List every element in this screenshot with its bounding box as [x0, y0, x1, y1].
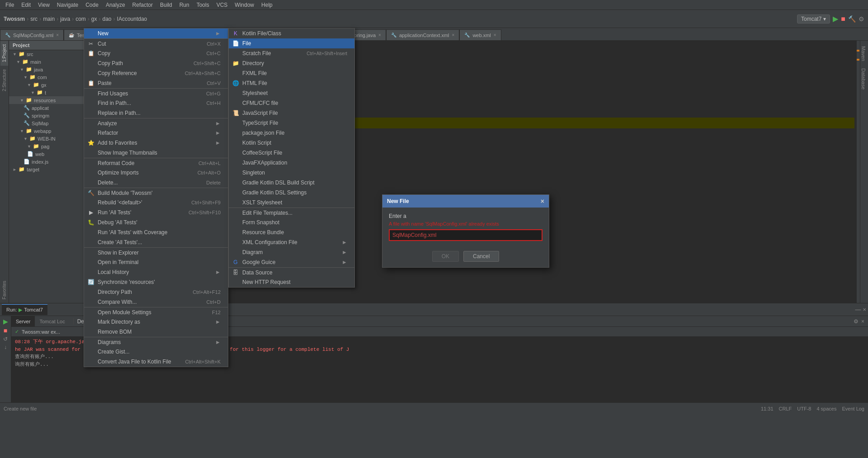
context-menu-addtofav[interactable]: ⭐ Add to Favorites ► [84, 138, 228, 148]
submenu-arrow-icon: ► [215, 269, 221, 275]
context-menu-showinexplorer[interactable]: Show in Explorer [84, 247, 228, 257]
context-menu-copypath[interactable]: Copy Path Ctrl+Shift+C [84, 58, 228, 68]
context-menu-synchronize[interactable]: 🔄 Synchronize 'resources' [84, 277, 228, 287]
run-tests-icon: ▶ [87, 209, 95, 216]
submenu-fxml[interactable]: FXML File [229, 68, 354, 78]
context-menu-debugalltests[interactable]: 🐛 Debug 'All Tests' [84, 217, 228, 227]
submenu-form-snapshot[interactable]: Form Snapshot [229, 217, 354, 227]
submenu-label: Singleton [242, 170, 265, 176]
context-menu-findusages[interactable]: Find Usages Ctrl+G [84, 88, 228, 98]
submenu-http-request[interactable]: New HTTP Request [229, 277, 354, 287]
submenu-google-guice[interactable]: G Google Guice ► [229, 257, 354, 267]
sync-icon: 🔄 [87, 279, 95, 285]
submenu-label: TypeScript File [242, 120, 278, 126]
context-menu-showthumbs[interactable]: Show Image Thumbnails [84, 148, 228, 158]
context-menu-markdirectoryas[interactable]: Mark Directory as ► [84, 317, 228, 327]
submenu-javafx[interactable]: JavaFXApplication [229, 158, 354, 168]
submenu-label: Data Source [242, 269, 273, 276]
context-menu-findinpath[interactable]: Find in Path... Ctrl+H [84, 98, 228, 108]
submenu-cfml[interactable]: CFML/CFC file [229, 98, 354, 108]
context-menu-openinterminal[interactable]: Open in Terminal [84, 257, 228, 267]
submenu-html[interactable]: 🌐 HTML File [229, 78, 354, 88]
context-menu-cut[interactable]: ✂ Cut Ctrl+X [84, 38, 228, 48]
submenu-label: CoffeeScript File [242, 150, 282, 156]
dialog-filename-input[interactable] [389, 229, 542, 241]
context-menu-replaceinpath[interactable]: Replace in Path... [84, 108, 228, 118]
submenu-scratch-file[interactable]: Scratch File Ctrl+Alt+Shift+Insert [229, 48, 354, 58]
context-menu-convertjava[interactable]: Convert Java File to Kotlin File Ctrl+Al… [84, 357, 228, 367]
context-menu-optimizeimports[interactable]: Optimize Imports Ctrl+Alt+O [84, 168, 228, 178]
submenu-gradle-settings[interactable]: Gradle Kotlin DSL Settings [229, 188, 354, 198]
submenu-arrow-icon: ► [215, 319, 221, 325]
copy-icon: 📋 [87, 50, 95, 57]
context-menu-paste[interactable]: 📋 Paste Ctrl+V [84, 78, 228, 88]
context-menu-label: Copy Path [98, 60, 123, 66]
submenu-file[interactable]: 📄 File [229, 38, 354, 48]
submenu-arrow-icon: ► [215, 339, 221, 345]
context-menu-label: Delete... [98, 179, 118, 186]
context-menu-label: Find Usages [98, 90, 128, 97]
context-menu-creategist[interactable]: Create Gist... [84, 347, 228, 357]
context-menu-copy[interactable]: 📋 Copy Ctrl+C [84, 48, 228, 58]
submenu-arrow-icon: ► [215, 130, 221, 136]
submenu-gradle-build[interactable]: Gradle Kotlin DSL Build Script [229, 178, 354, 188]
submenu-kotlin-class[interactable]: K Kotlin File/Class [229, 28, 354, 38]
context-menu-comparewith[interactable]: Compare With... Ctrl+D [84, 297, 228, 307]
submenu-label: Scratch File [242, 50, 271, 57]
submenu-kotlinscript[interactable]: Kotlin Script [229, 138, 354, 148]
context-menu-label: Find in Path... [98, 100, 131, 106]
submenu-typescript[interactable]: TypeScript File [229, 118, 354, 128]
submenu-arrow-icon: ► [215, 140, 221, 146]
kotlin-icon: K [231, 30, 240, 37]
shortcut-label: Ctrl+G [206, 91, 221, 96]
context-menu-runwithcoverage[interactable]: Run 'All Tests' with Coverage [84, 227, 228, 237]
context-menu-new[interactable]: New ► [84, 28, 228, 38]
submenu-packagejson[interactable]: package.json File [229, 128, 354, 138]
context-menu-delete[interactable]: Delete... Delete [84, 178, 228, 188]
context-menu-runalltests[interactable]: ▶ Run 'All Tests' Ctrl+Shift+F10 [84, 208, 228, 217]
submenu-label: JavaFXApplication [242, 160, 287, 166]
context-menu-diagrams[interactable]: Diagrams ► [84, 337, 228, 347]
dialog-close-icon[interactable]: × [541, 198, 544, 205]
submenu-label: XSLT Stylesheet [242, 199, 282, 206]
context-menu-refactor[interactable]: Refactor ► [84, 128, 228, 138]
submenu-label: Google Guice [242, 259, 275, 265]
dialog-cancel-button[interactable]: Cancel [463, 251, 499, 262]
shortcut-label: Ctrl+Alt+Shift+K [185, 359, 221, 364]
context-menu-rebuild[interactable]: Rebuild '<default>' Ctrl+Shift+F9 [84, 198, 228, 208]
submenu-resource-bundle[interactable]: Resource Bundle [229, 227, 354, 237]
context-menu-localhistory[interactable]: Local History ► [84, 267, 228, 277]
shortcut-label: Ctrl+H [207, 100, 221, 106]
shortcut-label: Ctrl+V [207, 80, 221, 86]
new-submenu: K Kotlin File/Class 📄 File Scratch File … [228, 28, 355, 288]
submenu-datasource[interactable]: 🗄 Data Source [229, 267, 354, 277]
context-menu-label: Add to Favorites [98, 140, 137, 146]
context-menu-buildmodule[interactable]: 🔨 Build Module 'Twossm' [84, 188, 228, 198]
submenu-coffeescript[interactable]: CoffeeScript File [229, 148, 354, 158]
dialog-ok-button[interactable]: OK [432, 251, 459, 262]
submenu-label: Form Snapshot [242, 219, 279, 226]
context-menu-removebom[interactable]: Remove BOM [84, 327, 228, 337]
submenu-edit-templates[interactable]: Edit File Templates... [229, 208, 354, 217]
dialog-title-bar: New File × [382, 195, 549, 208]
html-icon: 🌐 [231, 80, 240, 86]
submenu-xslt[interactable]: XSLT Stylesheet [229, 198, 354, 208]
submenu-javascript[interactable]: 📜 JavaScript File [229, 108, 354, 118]
context-menu-label: Convert Java File to Kotlin File [98, 359, 171, 365]
submenu-label: Gradle Kotlin DSL Settings [242, 189, 307, 196]
context-menu-reformat[interactable]: Reformat Code Ctrl+Alt+L [84, 158, 228, 168]
submenu-stylesheet[interactable]: Stylesheet [229, 88, 354, 98]
submenu-directory[interactable]: 📁 Directory [229, 58, 354, 68]
submenu-singleton[interactable]: Singleton [229, 168, 354, 178]
context-menu-directorypath[interactable]: Directory Path Ctrl+Alt+F12 [84, 287, 228, 297]
submenu-arrow-icon: ► [342, 239, 347, 246]
context-menu-createalltests[interactable]: Create 'All Tests'... [84, 237, 228, 247]
context-menu-openmodulesettings[interactable]: Open Module Settings F12 [84, 307, 228, 317]
context-menu-label: Debug 'All Tests' [98, 219, 137, 226]
submenu-xml-config[interactable]: XML Configuration File ► [229, 237, 354, 247]
submenu-diagram[interactable]: Diagram ► [229, 247, 354, 257]
context-menu-analyze[interactable]: Analyze ► [84, 118, 228, 128]
submenu-label: Diagram [242, 249, 263, 255]
context-menu-label: Copy [98, 50, 110, 57]
context-menu-copyref[interactable]: Copy Reference Ctrl+Alt+Shift+C [84, 68, 228, 78]
